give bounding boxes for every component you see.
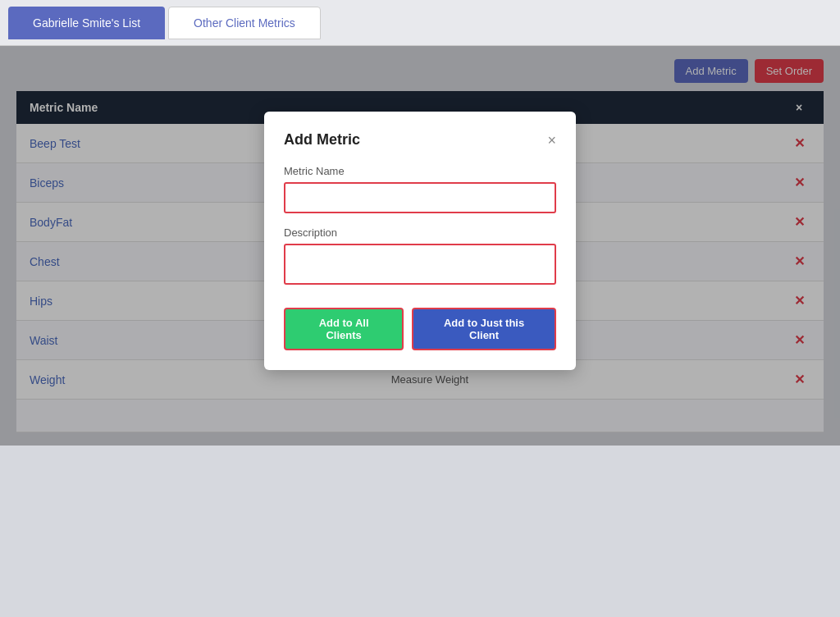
modal-close-button[interactable]: × xyxy=(547,133,556,148)
metric-name-group: Metric Name xyxy=(284,165,556,213)
add-to-just-client-button[interactable]: Add to Just this Client xyxy=(412,308,556,350)
tab-other[interactable]: Other Client Metrics xyxy=(168,7,321,39)
modal-actions: Add to All Clients Add to Just this Clie… xyxy=(284,308,556,350)
tab-gabrielle[interactable]: Gabrielle Smite's List xyxy=(8,7,165,39)
modal-overlay[interactable]: Add Metric × Metric Name Description Add… xyxy=(0,46,840,446)
tab-gabrielle-label: Gabrielle Smite's List xyxy=(33,16,140,30)
tabs-bar: Gabrielle Smite's List Other Client Metr… xyxy=(0,0,840,46)
modal-title: Add Metric xyxy=(284,131,360,149)
metric-name-label: Metric Name xyxy=(284,165,556,177)
add-to-all-clients-button[interactable]: Add to All Clients xyxy=(284,308,404,350)
modal-header: Add Metric × xyxy=(284,131,556,149)
add-metric-modal: Add Metric × Metric Name Description Add… xyxy=(264,112,576,370)
metric-name-input[interactable] xyxy=(284,182,556,213)
main-content: Add Metric Set Order Metric Name × Beep … xyxy=(0,46,840,446)
description-label: Description xyxy=(284,226,556,239)
description-group: Description xyxy=(284,226,556,288)
tab-other-label: Other Client Metrics xyxy=(194,16,295,30)
description-input[interactable] xyxy=(284,244,556,285)
